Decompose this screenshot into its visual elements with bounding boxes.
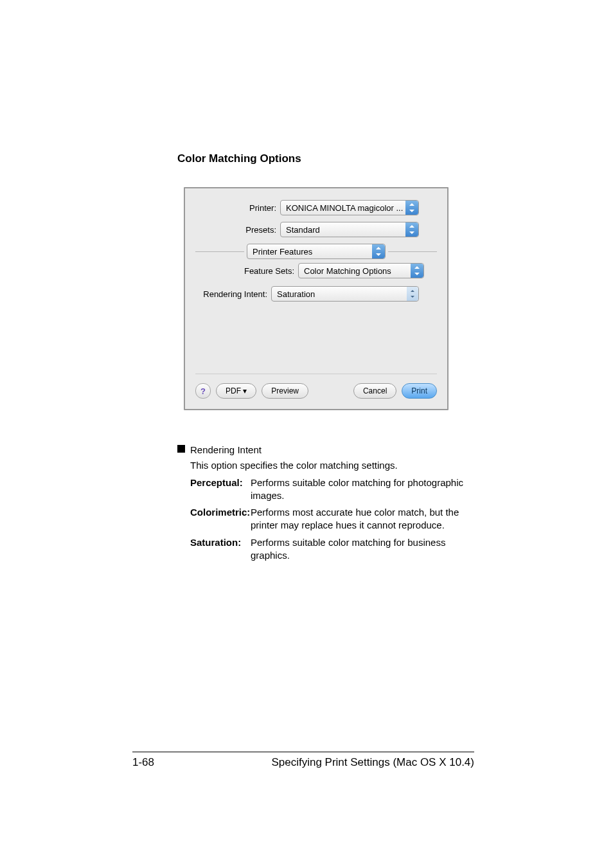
printer-select-value: KONICA MINOLTA magicolor ...: [281, 203, 405, 213]
feature-sets-label: Feature Sets:: [195, 266, 298, 276]
rendering-intent-select-value: Saturation: [272, 289, 320, 299]
presets-select-value: Standard: [281, 225, 325, 235]
definition-row: Saturation Performs suitable color match…: [190, 536, 473, 563]
printer-label: Printer:: [195, 203, 280, 213]
feature-sets-select[interactable]: Color Matching Options: [298, 263, 424, 278]
popup-arrows-icon: [405, 222, 418, 237]
body-text: Rendering Intent This option specifies t…: [177, 444, 473, 562]
definition-term: Perceptual: [190, 476, 251, 503]
pane-select[interactable]: Printer Features: [247, 244, 386, 259]
definition-term: Saturation: [190, 536, 251, 563]
divider: [388, 251, 437, 252]
printer-select[interactable]: KONICA MINOLTA magicolor ...: [280, 200, 419, 215]
popup-arrows-icon: [407, 287, 418, 301]
divider: [195, 251, 244, 252]
presets-label: Presets:: [195, 225, 280, 235]
page-number: 1-68: [132, 756, 154, 769]
pdf-button[interactable]: PDF ▾: [216, 383, 256, 399]
print-dialog: Printer: KONICA MINOLTA magicolor ... Pr…: [184, 187, 449, 410]
popup-arrows-icon: [405, 201, 418, 215]
definition-row: Perceptual Performs suitable color match…: [190, 476, 473, 503]
bullet-title: Rendering Intent: [190, 444, 262, 457]
section-heading: Color Matching Options: [177, 152, 466, 165]
definition-body: Performs most accurate hue color match, …: [251, 506, 473, 532]
popup-arrows-icon: [411, 264, 423, 278]
pane-select-value: Printer Features: [247, 247, 317, 257]
footer-title: Specifying Print Settings (Mac OS X 10.4…: [271, 756, 474, 769]
preview-button[interactable]: Preview: [262, 383, 308, 399]
definition-body: Performs suitable color matching for pho…: [251, 476, 473, 503]
popup-arrows-icon: [372, 244, 385, 258]
rendering-intent-label: Rendering Intent:: [195, 289, 271, 299]
presets-select[interactable]: Standard: [280, 222, 419, 237]
definition-term: Colorimetric: [190, 506, 251, 532]
definition-body: Performs suitable color matching for bus…: [251, 536, 473, 563]
help-button[interactable]: ?: [195, 383, 211, 399]
bullet-square-icon: [177, 445, 185, 453]
feature-sets-select-value: Color Matching Options: [299, 266, 396, 276]
cancel-button[interactable]: Cancel: [353, 383, 396, 399]
rendering-intent-select[interactable]: Saturation: [271, 286, 419, 302]
definition-row: Colorimetric Performs most accurate hue …: [190, 506, 473, 532]
bullet-description: This option specifies the color matching…: [190, 459, 473, 472]
print-button[interactable]: Print: [402, 383, 437, 399]
